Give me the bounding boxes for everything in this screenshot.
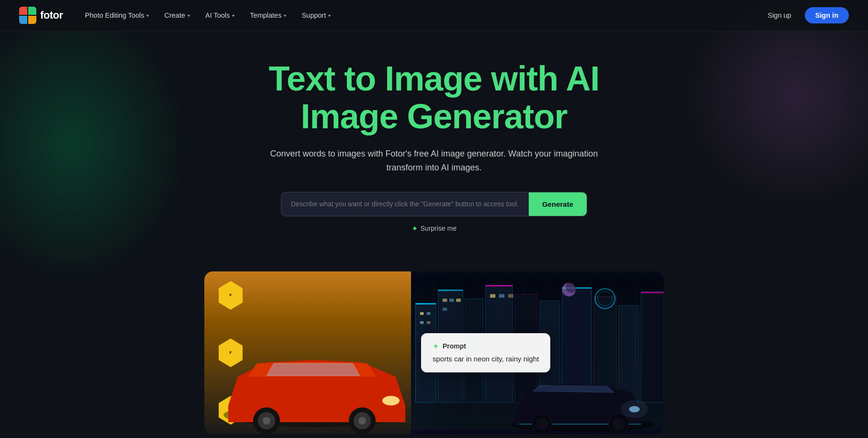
svg-point-1 xyxy=(382,396,400,405)
prompt-card: ✦ Prompt sports car in neon city, rainy … xyxy=(421,333,550,372)
ferrari-logo-1: F xyxy=(219,281,243,310)
svg-rect-28 xyxy=(443,299,447,302)
nav-item-photo-editing-tools[interactable]: Photo Editing Tools ▾ xyxy=(78,8,156,23)
chevron-down-icon: ▾ xyxy=(146,13,149,18)
nav-item-templates[interactable]: Templates ▾ xyxy=(243,8,293,23)
signup-button[interactable]: Sign up xyxy=(762,8,797,23)
svg-rect-26 xyxy=(420,321,424,324)
svg-rect-21 xyxy=(486,285,513,287)
demo-card: F F F xyxy=(204,271,664,434)
svg-rect-18 xyxy=(641,292,664,403)
chevron-down-icon: ▾ xyxy=(232,13,234,18)
svg-rect-29 xyxy=(449,299,454,302)
svg-rect-31 xyxy=(443,308,447,311)
nav-item-support[interactable]: Support ▾ xyxy=(295,8,337,23)
svg-rect-24 xyxy=(420,312,424,315)
search-bar: Generate xyxy=(281,192,587,216)
sparkle-icon: ✦ xyxy=(433,342,439,351)
svg-rect-19 xyxy=(415,303,435,304)
svg-rect-32 xyxy=(490,294,495,298)
navbar: fotor Photo Editing Tools ▾ Create ▾ AI … xyxy=(0,0,868,31)
signin-button[interactable]: Sign in xyxy=(805,7,849,23)
svg-rect-20 xyxy=(438,290,463,291)
hero-section: Text to Image with AI Image Generator Co… xyxy=(0,31,868,271)
demo-section: F F F xyxy=(195,271,673,434)
chevron-down-icon: ▾ xyxy=(284,13,286,18)
red-car xyxy=(214,338,415,434)
scene-left: F F F xyxy=(204,271,434,434)
search-container: Generate xyxy=(281,192,587,216)
svg-rect-33 xyxy=(499,294,504,298)
chevron-down-icon: ▾ xyxy=(188,13,190,18)
nav-links: Photo Editing Tools ▾ Create ▾ AI Tools … xyxy=(78,8,762,23)
svg-point-38 xyxy=(566,282,577,293)
svg-point-53 xyxy=(535,418,548,430)
demo-scene: F F F xyxy=(204,271,664,434)
prompt-input[interactable] xyxy=(281,192,529,215)
svg-point-4 xyxy=(263,417,270,425)
svg-rect-27 xyxy=(427,321,431,324)
hero-subtitle: Convert words to images with Fotor's fre… xyxy=(267,147,601,175)
svg-rect-23 xyxy=(641,292,664,293)
prompt-header: ✦ Prompt xyxy=(433,342,539,351)
svg-point-7 xyxy=(358,417,366,425)
svg-rect-34 xyxy=(508,294,513,298)
svg-rect-25 xyxy=(427,312,431,315)
prompt-text: sports car in neon city, rainy night xyxy=(433,354,539,364)
nav-actions: Sign up Sign in xyxy=(762,7,849,23)
logo-icon xyxy=(19,7,36,24)
logo-text: fotor xyxy=(40,9,63,22)
generate-button[interactable]: Generate xyxy=(529,192,587,216)
svg-point-55 xyxy=(612,418,625,430)
hero-title: Text to Image with AI Image Generator xyxy=(10,60,858,135)
chevron-down-icon: ▾ xyxy=(328,13,331,18)
nav-item-create[interactable]: Create ▾ xyxy=(157,8,197,23)
nav-item-ai-tools[interactable]: AI Tools ▾ xyxy=(199,8,241,23)
logo-link[interactable]: fotor xyxy=(19,7,63,24)
svg-point-51 xyxy=(621,400,648,418)
surprise-me-button[interactable]: ✦ Surprise me xyxy=(10,224,858,233)
svg-rect-30 xyxy=(456,299,460,302)
sparkle-icon: ✦ xyxy=(412,224,418,233)
